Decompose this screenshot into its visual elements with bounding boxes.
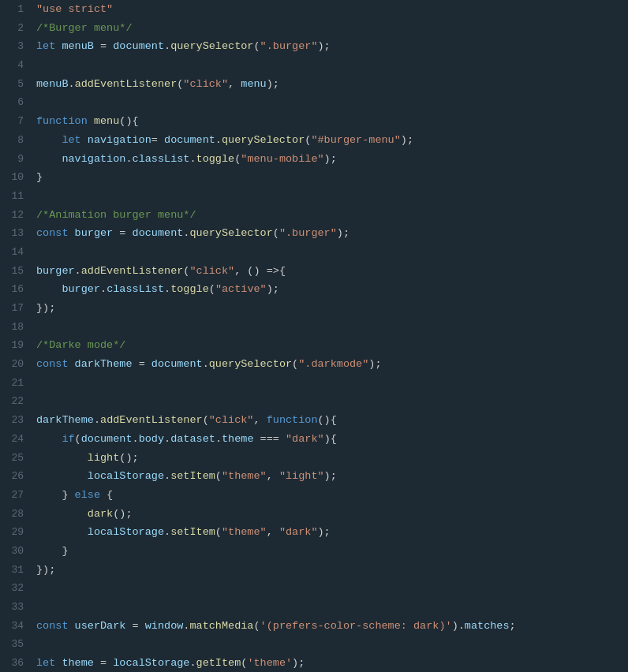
token: }	[36, 542, 69, 561]
token: if	[36, 430, 75, 449]
token: let	[36, 131, 88, 150]
line-number-16: 16	[6, 280, 24, 299]
token: theme	[62, 654, 94, 672]
token: );	[267, 280, 279, 299]
token: =	[113, 224, 132, 243]
token: toggle	[170, 280, 209, 299]
line-number-2: 2	[6, 19, 24, 38]
code-line-32	[36, 579, 628, 598]
token: (	[253, 37, 260, 56]
token: ".burger"	[279, 224, 337, 243]
token: "light"	[279, 467, 324, 486]
token: .	[69, 75, 75, 94]
line-number-3: 3	[6, 37, 24, 56]
code-line-22	[36, 392, 628, 411]
line-numbers: 1234567891011121314151617181920212223242…	[0, 0, 33, 672]
token: querySelector	[222, 131, 305, 150]
code-line-28: dark();	[36, 505, 628, 524]
code-line-7: function menu(){	[36, 112, 628, 131]
code-line-20: const darkTheme = document.querySelector…	[36, 355, 628, 374]
token: localStorage	[36, 523, 164, 542]
token: document	[133, 224, 184, 243]
line-number-9: 9	[6, 150, 24, 169]
token: document	[164, 131, 215, 150]
token: let	[36, 654, 62, 672]
line-number-13: 13	[6, 224, 24, 243]
token: document	[151, 355, 203, 374]
code-line-19: /*Darke mode*/	[36, 336, 628, 355]
token: setItem	[170, 523, 215, 542]
line-number-18: 18	[6, 318, 24, 337]
token: ".burger"	[260, 37, 318, 56]
token: .	[94, 411, 100, 430]
token: let	[36, 37, 62, 56]
line-number-36: 36	[6, 654, 24, 672]
token: .	[189, 150, 196, 169]
code-line-8: let navigation= document.querySelector("…	[36, 131, 628, 150]
token: querySelector	[209, 355, 292, 374]
code-line-35	[36, 635, 628, 654]
token: burger	[36, 262, 75, 281]
token: , () =>{	[234, 262, 286, 281]
token: (	[241, 654, 247, 672]
token: ===	[254, 430, 286, 449]
token: (	[215, 523, 222, 542]
token: "theme"	[222, 467, 267, 486]
code-line-12: /*Animation burger menu*/	[36, 206, 628, 225]
token: (	[177, 75, 183, 94]
token: classList	[107, 280, 164, 299]
token: .	[133, 430, 139, 449]
code-line-10: }	[36, 168, 628, 187]
code-line-13: const burger = document.querySelector(".…	[36, 224, 628, 243]
code-line-5: menuB.addEventListener("click", menu);	[36, 75, 628, 94]
line-number-22: 22	[6, 392, 24, 411]
token: ).	[452, 617, 465, 636]
token: (){	[119, 112, 138, 131]
token: );	[324, 150, 337, 169]
token: );	[292, 654, 305, 672]
token: "click"	[183, 75, 228, 94]
token: "click"	[209, 411, 254, 430]
line-number-8: 8	[6, 131, 24, 150]
token: "menu-mobile"	[241, 150, 323, 169]
token: ".darkmode"	[298, 355, 368, 374]
code-line-21	[36, 374, 628, 393]
line-number-21: 21	[6, 374, 24, 393]
code-line-36: let theme = localStorage.getItem('theme'…	[36, 654, 628, 672]
token: (	[75, 430, 81, 449]
line-number-28: 28	[6, 505, 24, 524]
token: else	[75, 486, 100, 505]
token: function	[267, 411, 318, 430]
token: "dark"	[279, 523, 318, 542]
line-number-10: 10	[6, 168, 24, 187]
line-number-25: 25	[6, 449, 24, 468]
token: const	[36, 355, 75, 374]
token: addEventListener	[81, 262, 184, 281]
token: toggle	[196, 150, 235, 169]
token: );	[267, 75, 279, 94]
token: .	[164, 280, 170, 299]
line-number-33: 33	[6, 598, 24, 617]
code-line-18	[36, 318, 628, 337]
token: );	[318, 37, 331, 56]
token: userDark	[75, 617, 126, 636]
token: );	[401, 131, 413, 150]
line-number-32: 32	[6, 579, 24, 598]
token: }	[36, 486, 75, 505]
token: getItem	[196, 654, 241, 672]
code-line-30: }	[36, 542, 628, 561]
code-line-11	[36, 187, 628, 206]
token: );	[368, 355, 381, 374]
token: burger	[75, 224, 114, 243]
token: (	[183, 262, 189, 281]
token: =	[151, 131, 164, 150]
token: ,	[253, 411, 266, 430]
token: "use strict"	[36, 0, 113, 19]
code-line-6	[36, 93, 628, 112]
token: addEventListener	[75, 75, 178, 94]
line-number-35: 35	[6, 635, 24, 654]
token: matchMedia	[189, 617, 253, 636]
code-content: "use strict"/*Burger menu*/let menuB = d…	[33, 0, 628, 672]
line-number-7: 7	[6, 112, 24, 131]
token: .	[164, 467, 170, 486]
